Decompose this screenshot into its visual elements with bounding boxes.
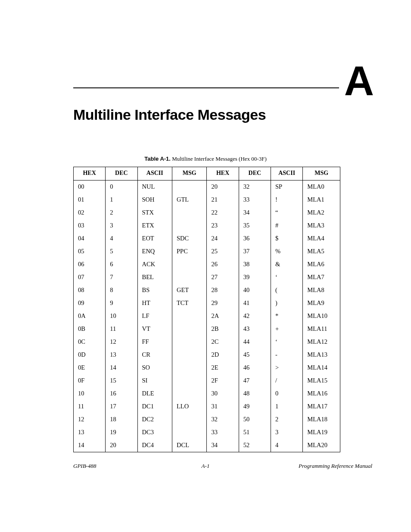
table-row: 1016DLE30480MLA16: [74, 387, 340, 400]
table-cell: NUL: [137, 180, 172, 193]
table-cell: $: [271, 232, 303, 245]
table-cell: 2B: [207, 323, 239, 336]
table-cell: 19: [106, 426, 137, 439]
table-cell: 23: [207, 219, 239, 232]
table-cell: CR: [137, 348, 172, 361]
table-cell: GET: [172, 284, 207, 297]
table-cell: DC1: [137, 400, 172, 413]
table-cell: 12: [74, 413, 106, 426]
table-cell: 17: [106, 400, 137, 413]
table-cell: MLA19: [303, 426, 340, 439]
table-cell: 06: [74, 258, 106, 271]
table-cell: MLA15: [303, 374, 340, 387]
table-cell: 00: [74, 180, 106, 193]
table-cell: 03: [74, 219, 106, 232]
table-cell: MLA7: [303, 271, 340, 284]
table-cell: [172, 374, 207, 387]
table-cell: EOT: [137, 232, 172, 245]
table-row: 0E14SO2E46>MLA14: [74, 361, 340, 374]
table-row: 0C12FF2C44‘MLA12: [74, 336, 340, 348]
table-cell: 2: [271, 413, 303, 426]
table-cell: MLA3: [303, 219, 340, 232]
col-hex-1: HEX: [74, 167, 106, 180]
table-cell: MLA8: [303, 284, 340, 297]
table-cell: MLA17: [303, 400, 340, 413]
table-cell: 4: [106, 232, 137, 245]
table-body: 000NUL2032SPMLA0011SOHGTL2133!MLA1022STX…: [74, 180, 340, 452]
table-cell: 52: [239, 439, 271, 452]
table-cell: DC4: [137, 439, 172, 452]
table-row: 066ACK2638&MLA6: [74, 258, 340, 271]
table-cell: MLA2: [303, 206, 340, 219]
table-cell: 34: [207, 439, 239, 452]
table-cell: LF: [137, 310, 172, 323]
table-cell: MLA0: [303, 180, 340, 193]
table-row: 0B11VT2B43+MLA11: [74, 323, 340, 336]
table-cell: 3: [106, 219, 137, 232]
table-cell: 5: [106, 245, 137, 258]
table-cell: “: [271, 206, 303, 219]
table-cell: 6: [106, 258, 137, 271]
table-cell: [172, 271, 207, 284]
table-cell: [172, 310, 207, 323]
table-cell: *: [271, 310, 303, 323]
table-caption: Table A-1. Multiline Interface Messages …: [39, 156, 372, 162]
table-row: 1319DC333513MLA19: [74, 426, 340, 439]
header-rule-wrap: A: [73, 65, 372, 98]
table-cell: MLA16: [303, 387, 340, 400]
table-cell: 2D: [207, 348, 239, 361]
table-cell: 02: [74, 206, 106, 219]
table-cell: 0: [106, 180, 137, 193]
table-cell: 32: [239, 180, 271, 193]
table-cell: 49: [239, 400, 271, 413]
col-msg-1: MSG: [172, 167, 207, 180]
table-cell: 38: [239, 258, 271, 271]
table-cell: 2: [106, 206, 137, 219]
table-cell: &: [271, 258, 303, 271]
table-cell: 40: [239, 284, 271, 297]
table-cell: 31: [207, 400, 239, 413]
table-cell: 35: [239, 219, 271, 232]
table-row: 000NUL2032SPMLA0: [74, 180, 340, 193]
table-cell: 0F: [74, 374, 106, 387]
table-cell: 20: [207, 180, 239, 193]
table-cell: FF: [137, 336, 172, 348]
table-cell: BEL: [137, 271, 172, 284]
table-cell: 10: [74, 387, 106, 400]
table-cell: 32: [207, 413, 239, 426]
table-cell: 15: [106, 374, 137, 387]
table-cell: %: [271, 245, 303, 258]
table-cell: BS: [137, 284, 172, 297]
table-cell: 13: [106, 348, 137, 361]
table-cell: [172, 323, 207, 336]
table-cell: 01: [74, 193, 106, 206]
table-cell: VT: [137, 323, 172, 336]
table-cell: ENQ: [137, 245, 172, 258]
table-cell: 22: [207, 206, 239, 219]
table-cell: 09: [74, 297, 106, 310]
table-cell: 48: [239, 387, 271, 400]
table-cell: 50: [239, 413, 271, 426]
table-cell: 30: [207, 387, 239, 400]
table-cell: 33: [239, 193, 271, 206]
table-cell: 29: [207, 297, 239, 310]
table-cell: MLA10: [303, 310, 340, 323]
table-cell: 33: [207, 426, 239, 439]
table-caption-bold: Table A-1.: [144, 156, 171, 162]
table-cell: [172, 413, 207, 426]
table-row: 055ENQPPC2537%MLA5: [74, 245, 340, 258]
table-cell: PPC: [172, 245, 207, 258]
table-cell: SP: [271, 180, 303, 193]
table-cell: [172, 348, 207, 361]
table-cell: TCT: [172, 297, 207, 310]
table-row: 044EOTSDC2436$MLA4: [74, 232, 340, 245]
table-cell: 05: [74, 245, 106, 258]
appendix-letter: A: [344, 65, 372, 98]
table-cell: 21: [207, 193, 239, 206]
table-cell: MLA4: [303, 232, 340, 245]
table-cell: -: [271, 348, 303, 361]
table-cell: SOH: [137, 193, 172, 206]
col-msg-2: MSG: [303, 167, 340, 180]
table-cell: >: [271, 361, 303, 374]
table-cell: MLA1: [303, 193, 340, 206]
